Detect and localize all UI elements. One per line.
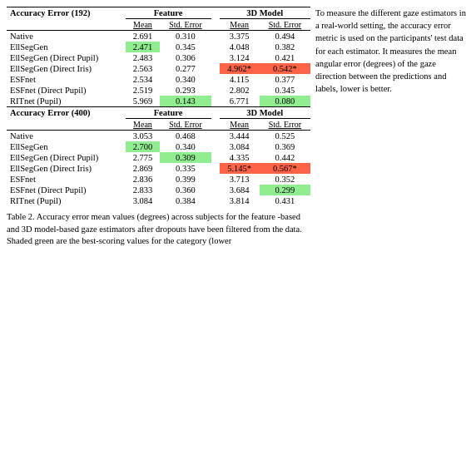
row-label: ESFnet (Direct Pupil) [7, 85, 126, 96]
model-group-header: 3D Model [220, 7, 310, 19]
section1-header-row: Accuracy Error (192) Feature 3D Model [7, 7, 310, 19]
cell-value: 4.335 [220, 152, 260, 163]
model-group-header2: 3D Model [220, 107, 310, 119]
cell-value: 0.345 [260, 85, 310, 96]
cell-value: 3.124 [220, 52, 260, 63]
spacer2 [211, 19, 220, 31]
cell-value: 0.399 [160, 174, 211, 185]
row-label: ESFnet [7, 74, 126, 85]
table-row: EllSegGen (Direct Pupil)2.4830.3063.1240… [7, 52, 310, 63]
right-paragraph: To measure the different gaze estimators… [315, 7, 468, 96]
cell-value: 0.494 [260, 31, 310, 42]
sub-header-cell-0 [7, 119, 126, 131]
table-caption: Table 2. Accuracy error mean values (deg… [7, 211, 310, 248]
page-wrapper: Accuracy Error (192) Feature 3D Model Me… [7, 7, 468, 248]
col-headers-row2: MeanStd. ErrorMeanStd. Error [7, 119, 310, 131]
cell-value: 0.306 [160, 52, 211, 63]
spacer [211, 7, 220, 19]
cell-value: 0.382 [260, 42, 310, 52]
table-row: EllSegGen2.7000.3403.0840.369 [7, 141, 310, 152]
row-label: Native [7, 31, 126, 42]
table-section: Accuracy Error (192) Feature 3D Model Me… [7, 7, 310, 248]
cell-value: 2.802 [220, 85, 260, 96]
cell-value: 0.309 [160, 152, 211, 163]
col-spacer [211, 85, 220, 96]
table-row: ESFnet2.8360.3993.7130.352 [7, 174, 310, 185]
cell-value: 4.962* [220, 63, 260, 74]
cell-value: 0.525 [260, 131, 310, 142]
mod-std-header: Std. Error [260, 19, 310, 31]
cell-value: 0.567* [260, 163, 310, 174]
table-row: EllSegGen (Direct Iris)2.8690.3355.145*0… [7, 163, 310, 174]
cell-value: 2.700 [126, 141, 161, 152]
cell-value: 0.340 [160, 74, 211, 85]
table-row: ESFnet (Direct Pupil)2.5190.2932.8020.34… [7, 85, 310, 96]
cell-value: 5.969 [126, 96, 161, 107]
cell-value: 5.145* [220, 163, 260, 174]
cell-value: 0.431 [260, 195, 310, 206]
row-label: EllSegGen (Direct Pupil) [7, 152, 126, 163]
cell-value: 0.442 [260, 152, 310, 163]
sub-header-cell-4: Mean [220, 119, 260, 131]
cell-value: 2.869 [126, 163, 161, 174]
section2-header-row: Accuracy Error (400)Feature3D Model [7, 107, 310, 119]
right-description: To measure the different gaze estimators… [310, 7, 468, 248]
cell-value: 0.384 [160, 195, 211, 206]
cell-value: 0.277 [160, 63, 211, 74]
col-spacer [211, 174, 220, 185]
table-row: RITnet (Pupil)5.9690.1436.7710.080 [7, 96, 310, 107]
row-label: EllSegGen [7, 42, 126, 52]
table-row: ESFnet (Direct Pupil)2.8330.3603.6840.29… [7, 185, 310, 195]
table-row: EllSegGen2.4710.3454.0480.382 [7, 42, 310, 52]
cell-value: 3.444 [220, 131, 260, 142]
col-spacer [211, 42, 220, 52]
cell-value: 3.713 [220, 174, 260, 185]
cell-value: 3.084 [126, 195, 161, 206]
cell-value: 0.335 [160, 163, 211, 174]
col-spacer [211, 63, 220, 74]
row-label: ESFnet (Direct Pupil) [7, 185, 126, 195]
empty-header [7, 19, 126, 31]
feat-mean-header: Mean [126, 19, 161, 31]
row-label: ESFnet [7, 174, 126, 185]
table-body-1: Native2.6910.3103.3750.494EllSegGen2.471… [7, 31, 310, 107]
cell-value: 0.360 [160, 185, 211, 195]
cell-value: 3.053 [126, 131, 161, 142]
cell-value: 0.421 [260, 52, 310, 63]
cell-value: 0.080 [260, 96, 310, 107]
cell-value: 0.352 [260, 174, 310, 185]
sub-header-cell-2: Std. Error [160, 119, 211, 131]
col-spacer [211, 195, 220, 206]
cell-value: 0.369 [260, 141, 310, 152]
col-spacer [211, 152, 220, 163]
row-label: EllSegGen (Direct Iris) [7, 163, 126, 174]
mod-mean-header: Mean [220, 19, 260, 31]
row-label: RITnet (Pupil) [7, 195, 126, 206]
cell-value: 2.519 [126, 85, 161, 96]
cell-value: 3.814 [220, 195, 260, 206]
cell-value: 2.483 [126, 52, 161, 63]
col-spacer [211, 96, 220, 107]
table-row: ESFnet2.5340.3404.1150.377 [7, 74, 310, 85]
col-spacer [211, 163, 220, 174]
cell-value: 2.563 [126, 63, 161, 74]
cell-value: 3.375 [220, 31, 260, 42]
cell-value: 0.377 [260, 74, 310, 85]
caption-text: Table 2. Accuracy error mean values (deg… [7, 212, 302, 245]
cell-value: 4.048 [220, 42, 260, 52]
cell-value: 0.340 [160, 141, 211, 152]
cell-value: 2.836 [126, 174, 161, 185]
feat-std-header: Std. Error [160, 19, 211, 31]
spacer3 [211, 107, 220, 119]
accuracy-table: Accuracy Error (192) Feature 3D Model Me… [7, 7, 310, 206]
table-row: Native2.6910.3103.3750.494 [7, 31, 310, 42]
cell-value: 2.775 [126, 152, 161, 163]
section2-label: Accuracy Error (400) [7, 107, 126, 119]
cell-value: 0.542* [260, 63, 310, 74]
sub-header-cell-5: Std. Error [260, 119, 310, 131]
cell-value: 2.691 [126, 31, 161, 42]
table-row: Native3.0530.4683.4440.525 [7, 131, 310, 142]
cell-value: 0.299 [260, 185, 310, 195]
cell-value: 3.684 [220, 185, 260, 195]
table-row: EllSegGen (Direct Pupil)2.7750.3094.3350… [7, 152, 310, 163]
